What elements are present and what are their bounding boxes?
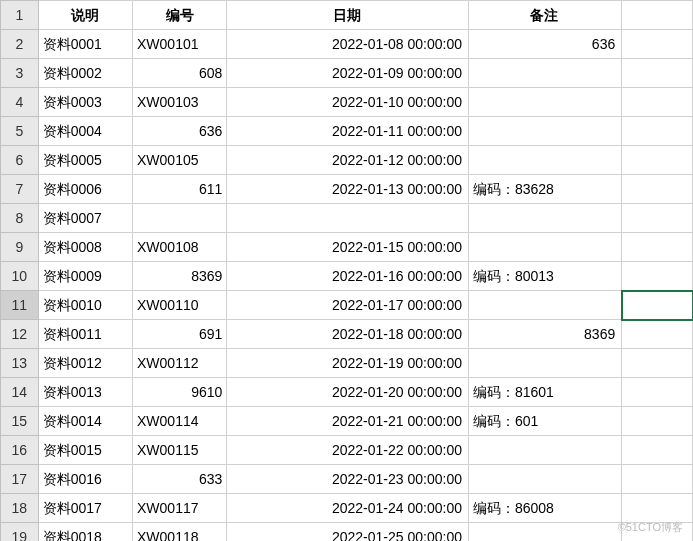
cell-desc[interactable]: 资料0011 xyxy=(38,320,132,349)
row-number-header[interactable]: 19 xyxy=(1,523,39,542)
row-number-header[interactable]: 4 xyxy=(1,88,39,117)
cell-code[interactable]: XW00105 xyxy=(133,146,227,175)
cell-date[interactable]: 2022-01-24 00:00:00 xyxy=(227,494,469,523)
cell-date[interactable]: 2022-01-19 00:00:00 xyxy=(227,349,469,378)
cell-empty[interactable] xyxy=(622,378,693,407)
cell-date[interactable] xyxy=(227,204,469,233)
column-header-note[interactable]: 备注 xyxy=(468,1,621,30)
row-number-header[interactable]: 5 xyxy=(1,117,39,146)
cell-empty[interactable] xyxy=(622,262,693,291)
cell-empty[interactable] xyxy=(622,88,693,117)
cell-desc[interactable]: 资料0014 xyxy=(38,407,132,436)
row-number-header[interactable]: 1 xyxy=(1,1,39,30)
cell-desc[interactable]: 资料0002 xyxy=(38,59,132,88)
cell-date[interactable]: 2022-01-12 00:00:00 xyxy=(227,146,469,175)
cell-date[interactable]: 2022-01-11 00:00:00 xyxy=(227,117,469,146)
row-number-header[interactable]: 14 xyxy=(1,378,39,407)
cell-note[interactable] xyxy=(468,233,621,262)
cell-date[interactable]: 2022-01-10 00:00:00 xyxy=(227,88,469,117)
cell-empty[interactable] xyxy=(622,233,693,262)
cell-date[interactable]: 2022-01-16 00:00:00 xyxy=(227,262,469,291)
cell-note[interactable] xyxy=(468,146,621,175)
cell-empty[interactable] xyxy=(622,436,693,465)
cell-note[interactable] xyxy=(468,436,621,465)
table-row[interactable]: 16资料0015XW001152022-01-22 00:00:00 xyxy=(1,436,693,465)
row-number-header[interactable]: 18 xyxy=(1,494,39,523)
table-row[interactable]: 11资料0010XW001102022-01-17 00:00:00 xyxy=(1,291,693,320)
table-row[interactable]: 8资料0007 xyxy=(1,204,693,233)
column-header-desc[interactable]: 说明 xyxy=(38,1,132,30)
cell-note[interactable]: 编码：80013 xyxy=(468,262,621,291)
cell-code[interactable] xyxy=(133,204,227,233)
cell-desc[interactable]: 资料0010 xyxy=(38,291,132,320)
cell-note[interactable] xyxy=(468,59,621,88)
row-number-header[interactable]: 13 xyxy=(1,349,39,378)
row-number-header[interactable]: 7 xyxy=(1,175,39,204)
cell-empty[interactable] xyxy=(622,291,693,320)
cell-empty[interactable] xyxy=(622,146,693,175)
cell-empty[interactable] xyxy=(622,117,693,146)
cell-code[interactable]: 8369 xyxy=(133,262,227,291)
cell-code[interactable]: XW00101 xyxy=(133,30,227,59)
table-row[interactable]: 3资料00026082022-01-09 00:00:00 xyxy=(1,59,693,88)
table-row[interactable]: 2资料0001XW001012022-01-08 00:00:00636 xyxy=(1,30,693,59)
cell-code[interactable]: XW00118 xyxy=(133,523,227,542)
cell-desc[interactable]: 资料0004 xyxy=(38,117,132,146)
cell-empty[interactable] xyxy=(622,1,693,30)
cell-empty[interactable] xyxy=(622,320,693,349)
cell-code[interactable]: XW00117 xyxy=(133,494,227,523)
table-row[interactable]: 7资料00066112022-01-13 00:00:00编码：83628 xyxy=(1,175,693,204)
row-number-header[interactable]: 10 xyxy=(1,262,39,291)
cell-note[interactable]: 编码：83628 xyxy=(468,175,621,204)
row-number-header[interactable]: 3 xyxy=(1,59,39,88)
row-number-header[interactable]: 2 xyxy=(1,30,39,59)
table-row[interactable]: 4资料0003XW001032022-01-10 00:00:00 xyxy=(1,88,693,117)
table-row[interactable]: 12资料00116912022-01-18 00:00:008369 xyxy=(1,320,693,349)
table-row[interactable]: 5资料00046362022-01-11 00:00:00 xyxy=(1,117,693,146)
cell-note[interactable] xyxy=(468,117,621,146)
cell-code[interactable]: XW00115 xyxy=(133,436,227,465)
cell-desc[interactable]: 资料0005 xyxy=(38,146,132,175)
table-row[interactable]: 13资料0012XW001122022-01-19 00:00:00 xyxy=(1,349,693,378)
cell-desc[interactable]: 资料0012 xyxy=(38,349,132,378)
cell-desc[interactable]: 资料0003 xyxy=(38,88,132,117)
cell-code[interactable]: 611 xyxy=(133,175,227,204)
cell-empty[interactable] xyxy=(622,204,693,233)
row-number-header[interactable]: 15 xyxy=(1,407,39,436)
spreadsheet-table[interactable]: 1说明编号日期备注2资料0001XW001012022-01-08 00:00:… xyxy=(0,0,693,541)
row-number-header[interactable]: 17 xyxy=(1,465,39,494)
column-header-code[interactable]: 编号 xyxy=(133,1,227,30)
table-row[interactable]: 1说明编号日期备注 xyxy=(1,1,693,30)
cell-empty[interactable] xyxy=(622,30,693,59)
cell-code[interactable]: 633 xyxy=(133,465,227,494)
cell-desc[interactable]: 资料0008 xyxy=(38,233,132,262)
row-number-header[interactable]: 12 xyxy=(1,320,39,349)
cell-note[interactable] xyxy=(468,465,621,494)
cell-empty[interactable] xyxy=(622,407,693,436)
cell-note[interactable]: 8369 xyxy=(468,320,621,349)
cell-note[interactable]: 编码：86008 xyxy=(468,494,621,523)
cell-date[interactable]: 2022-01-09 00:00:00 xyxy=(227,59,469,88)
cell-desc[interactable]: 资料0013 xyxy=(38,378,132,407)
table-row[interactable]: 14资料001396102022-01-20 00:00:00编码：81601 xyxy=(1,378,693,407)
row-number-header[interactable]: 16 xyxy=(1,436,39,465)
column-header-date[interactable]: 日期 xyxy=(227,1,469,30)
cell-note[interactable] xyxy=(468,88,621,117)
table-row[interactable]: 9资料0008XW001082022-01-15 00:00:00 xyxy=(1,233,693,262)
cell-date[interactable]: 2022-01-22 00:00:00 xyxy=(227,436,469,465)
cell-note[interactable] xyxy=(468,349,621,378)
cell-empty[interactable] xyxy=(622,349,693,378)
cell-empty[interactable] xyxy=(622,465,693,494)
cell-empty[interactable] xyxy=(622,59,693,88)
cell-date[interactable]: 2022-01-25 00:00:00 xyxy=(227,523,469,542)
cell-date[interactable]: 2022-01-20 00:00:00 xyxy=(227,378,469,407)
table-row[interactable]: 15资料0014XW001142022-01-21 00:00:00编码：601 xyxy=(1,407,693,436)
cell-desc[interactable]: 资料0007 xyxy=(38,204,132,233)
table-row[interactable]: 17资料00166332022-01-23 00:00:00 xyxy=(1,465,693,494)
row-number-header[interactable]: 8 xyxy=(1,204,39,233)
table-row[interactable]: 19资料0018XW001182022-01-25 00:00:00 xyxy=(1,523,693,542)
cell-code[interactable]: XW00112 xyxy=(133,349,227,378)
cell-date[interactable]: 2022-01-23 00:00:00 xyxy=(227,465,469,494)
cell-code[interactable]: 691 xyxy=(133,320,227,349)
cell-note[interactable]: 编码：601 xyxy=(468,407,621,436)
